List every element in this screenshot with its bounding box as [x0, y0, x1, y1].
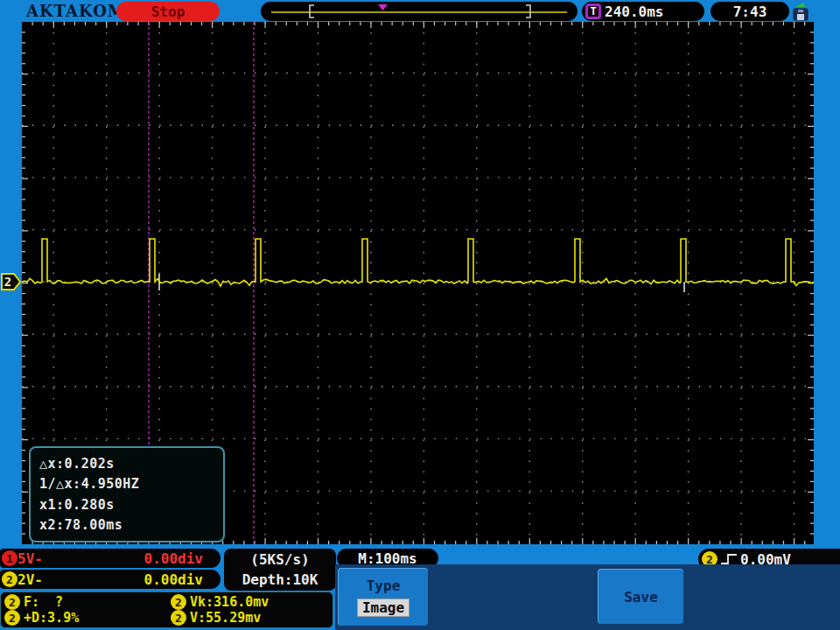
channel-2-scale: 2V-: [18, 571, 43, 588]
oscilloscope-screen: AKTAKOM Stop T 240.0ms 7:43 2 △x:0.202s …: [0, 0, 840, 630]
trigger-marker-icon: [378, 4, 388, 10]
type-button-value[interactable]: Image: [357, 598, 410, 617]
cursor-readout-box: △x:0.202s 1/△x:4.950HZ x1:0.280s x2:78.0…: [29, 446, 225, 542]
measurement-duty-value: +D:3.9%: [24, 610, 79, 626]
save-disk-icon: [790, 2, 811, 22]
channel-2-status: 2 2V- 0.00div: [0, 570, 220, 589]
trigger-time-value: 240.0ms: [605, 4, 663, 20]
channel-2-offset: 0.00div: [144, 571, 203, 588]
clock: 7:43: [710, 2, 789, 21]
channel-2-marker-label: 2: [4, 275, 11, 289]
sample-rate: (5KS/s): [250, 551, 309, 568]
cursor-x2: x2:78.00ms: [39, 517, 214, 533]
measurement-ch-badge: 2: [4, 594, 20, 610]
save-button-label: Save: [624, 589, 658, 606]
measurement-ch-badge: 2: [171, 594, 186, 610]
channel-2-badge: 2: [2, 571, 18, 587]
channel-1-scale: 5V-: [18, 550, 43, 567]
cursor-delta-x: △x:0.202s: [39, 456, 214, 472]
save-button[interactable]: Save: [598, 569, 683, 624]
channel-2-marker: 2: [1, 272, 22, 291]
type-button[interactable]: Type Image: [338, 568, 428, 626]
run-state-label: Stop: [151, 4, 186, 20]
type-button-label: Type: [367, 578, 401, 594]
measurement-v-value: V:55.29mv: [190, 610, 261, 626]
brand-logo: AKTAKOM: [26, 2, 126, 20]
right-bracket-icon: [526, 5, 530, 18]
cursor-frequency: 1/△x:4.950HZ: [39, 476, 214, 492]
acquisition-info: (5KS/s) Depth:10K: [224, 549, 336, 591]
measurement-vk-value: Vk:316.0mv: [190, 594, 269, 610]
measurement-ch-badge: 2: [4, 610, 20, 626]
softkey-menu: Type Image Save: [335, 564, 840, 630]
run-state-indicator: Stop: [116, 2, 220, 21]
measurement-frequency: 2 F: ?: [4, 594, 171, 610]
measurement-frequency-value: F: ?: [24, 594, 63, 610]
measurement-v: 2 V:55.29mv: [171, 610, 329, 626]
clock-value: 7:43: [733, 4, 767, 20]
measurement-ch-badge: 2: [171, 610, 186, 626]
trigger-time-icon: T: [585, 4, 601, 19]
measurement-vk: 2 Vk:316.0mv: [171, 594, 329, 610]
left-bracket-icon: [310, 5, 314, 18]
trigger-position-graphic: [261, 2, 578, 21]
memory-depth: Depth:10K: [242, 571, 318, 588]
trigger-position-bar: [261, 2, 578, 21]
channel-1-badge: 1: [2, 550, 18, 566]
channel-1-status: 1 5V- 0.00div: [0, 549, 220, 568]
measurements-panel: 2 F: ? 2 Vk:316.0mv 2 +D:3.9% 2 V:55.29m…: [0, 592, 333, 628]
measurement-duty: 2 +D:3.9%: [4, 610, 171, 626]
trigger-time-indicator: T 240.0ms: [582, 2, 704, 21]
cursor-x1: x1:0.280s: [39, 497, 214, 513]
channel-1-offset: 0.00div: [144, 550, 203, 567]
